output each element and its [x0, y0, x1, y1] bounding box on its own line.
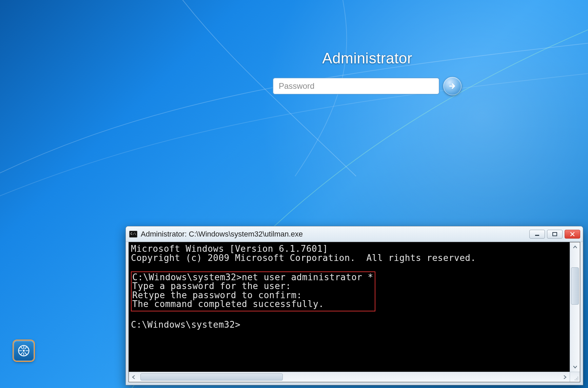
horizontal-scroll-thumb[interactable] — [140, 373, 283, 381]
ease-of-access-icon — [18, 345, 30, 357]
minimize-button[interactable] — [529, 230, 545, 239]
resize-grip-icon — [574, 376, 579, 381]
maximize-icon — [552, 232, 558, 237]
vertical-scroll-track[interactable] — [571, 252, 579, 362]
close-button[interactable] — [565, 230, 580, 239]
vertical-scroll-thumb[interactable] — [571, 267, 579, 305]
resize-grip[interactable] — [570, 372, 580, 382]
cmd-window-title: Administrator: C:\Windows\system32\utilm… — [141, 230, 529, 239]
username-label: Administrator — [322, 50, 412, 67]
ease-of-access-button[interactable] — [14, 341, 34, 361]
arrow-right-icon — [447, 81, 457, 91]
cmd-banner-text: Microsoft Windows [Version 6.1.7601] Cop… — [131, 244, 476, 263]
svg-point-10 — [576, 378, 577, 379]
login-background: Administrator C:\ Administrator: C:\Wind… — [0, 0, 588, 388]
submit-login-button[interactable] — [443, 77, 462, 95]
close-icon — [570, 231, 575, 237]
svg-point-13 — [576, 380, 577, 381]
cmd-window[interactable]: C:\ Administrator: C:\Windows\system32\u… — [125, 226, 583, 385]
cmd-titlebar[interactable]: C:\ Administrator: C:\Windows\system32\u… — [126, 226, 583, 242]
svg-point-12 — [575, 380, 576, 381]
horizontal-scroll-track[interactable] — [138, 372, 560, 382]
scroll-up-button[interactable] — [570, 242, 580, 252]
cmd-highlighted-block: C:\Windows\system32>net user administrat… — [131, 271, 375, 311]
scroll-left-button[interactable] — [129, 372, 138, 382]
horizontal-scrollbar[interactable] — [129, 372, 570, 382]
password-input[interactable] — [273, 78, 439, 94]
svg-rect-7 — [535, 235, 539, 236]
svg-point-9 — [577, 377, 579, 378]
cmd-output[interactable]: Microsoft Windows [Version 6.1.7601] Cop… — [129, 242, 570, 372]
svg-point-6 — [23, 350, 25, 352]
cmd-app-icon: C:\ — [129, 231, 137, 238]
window-buttons — [529, 230, 580, 239]
cmd-prompt-text: C:\Windows\system32> — [131, 320, 240, 330]
scroll-down-button[interactable] — [570, 362, 580, 372]
cmd-client-area: Microsoft Windows [Version 6.1.7601] Cop… — [129, 242, 580, 382]
svg-rect-8 — [553, 232, 557, 236]
chevron-left-icon — [132, 375, 135, 380]
chevron-right-icon — [563, 375, 567, 380]
svg-point-11 — [577, 378, 579, 379]
chevron-up-icon — [573, 245, 577, 249]
minimize-icon — [534, 232, 540, 237]
vertical-scrollbar[interactable] — [570, 242, 580, 372]
maximize-button[interactable] — [547, 230, 563, 239]
login-panel: Administrator — [284, 32, 450, 95]
chevron-down-icon — [573, 365, 577, 369]
svg-point-14 — [577, 380, 579, 381]
scroll-right-button[interactable] — [560, 372, 570, 382]
